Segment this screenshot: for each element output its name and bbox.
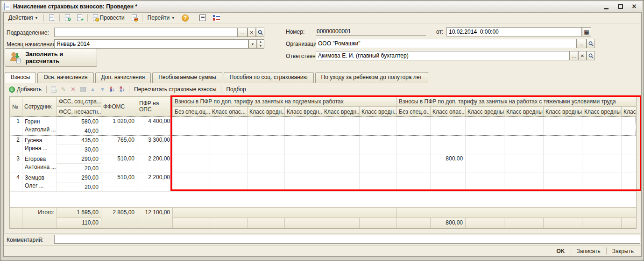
g2-col-danger-class[interactable]: Класс опас... — [431, 107, 466, 117]
g2-col-harm-class-5[interactable]: Класс вредны... — [622, 107, 637, 117]
g1-col-harm-class-1[interactable]: Класс вредн... — [248, 107, 285, 117]
number-input[interactable] — [316, 27, 426, 36]
unpost-document-button[interactable]: ↩ — [129, 13, 140, 22]
end-edit-button[interactable] — [79, 86, 87, 94]
fss-accident-cell[interactable]: 40,00 — [57, 126, 101, 136]
department-input[interactable] — [54, 28, 237, 37]
ffoms-cell[interactable]: 1 020,00 — [101, 117, 137, 136]
g1-col-harm-class-2[interactable]: Класс вредн... — [285, 107, 322, 117]
pfr-cell[interactable]: 2 200,00 — [137, 154, 173, 173]
delete-row-button[interactable]: ✕ — [69, 86, 77, 94]
fss-accident-cell[interactable]: 20,00 — [57, 182, 101, 192]
g1-col-danger-class[interactable]: Класс опас... — [210, 107, 248, 117]
pfr-cell[interactable]: 4 400,00 — [137, 117, 173, 136]
month-dropdown-button[interactable]: ▼ — [248, 39, 257, 49]
g2-col-harm-class-4[interactable]: Класс вредны... — [582, 107, 622, 117]
organization-open-button[interactable] — [587, 39, 595, 48]
help-button[interactable]: ? — [179, 13, 191, 23]
date-input[interactable] — [446, 27, 582, 36]
tab-neoblagaemye-summy[interactable]: Необлагаемые суммы — [152, 72, 222, 83]
copy-row-button[interactable]: + — [50, 86, 57, 94]
g1-col-harm-class-4[interactable]: Класс вредн... — [360, 107, 397, 117]
tab-vznosy[interactable]: Взносы — [5, 72, 36, 83]
add-row-button[interactable]: + Добавить — [7, 86, 43, 93]
g2-danger-cell[interactable] — [431, 136, 466, 154]
col-header-ffoms[interactable]: ФФОМС — [101, 97, 137, 117]
g2-col-harm-class-2[interactable]: Класс вредны... — [504, 107, 544, 117]
date-calendar-button[interactable]: ▦ — [582, 27, 591, 36]
sort-ascending-button[interactable]: АЯ↓ — [108, 86, 116, 94]
col-header-num[interactable]: № — [10, 97, 22, 117]
tab-dop-nachisleniya[interactable]: Доп. начисления — [95, 72, 151, 83]
g2-danger-cell[interactable] — [431, 117, 466, 136]
employee-cell[interactable]: ЗемцовОлег ... — [22, 173, 57, 192]
fill-and-calculate-button[interactable]: Заполнить и рассчитать — [5, 48, 97, 67]
pick-button[interactable]: Подбор — [224, 86, 248, 93]
fss-cell[interactable]: 435,00 — [57, 136, 101, 145]
maximize-button[interactable] — [615, 2, 626, 11]
employee-cell[interactable]: ГусеваИрина ... — [22, 136, 57, 154]
g2-danger-cell[interactable] — [431, 173, 466, 192]
copy-document-button[interactable]: + — [74, 13, 85, 22]
organization-select-button[interactable]: ... — [576, 39, 587, 48]
g2-danger-cell[interactable]: 800,00 — [431, 154, 466, 173]
group-header-hard-conditions[interactable]: Взносы в ПФР по доп. тарифу за занятых н… — [397, 97, 637, 107]
fss-accident-cell[interactable]: 20,00 — [57, 164, 101, 173]
move-up-button[interactable]: ▲ — [89, 86, 97, 94]
ok-button[interactable]: OK — [554, 247, 568, 255]
table-row[interactable]: 3 ЕгороваАнтонина ... 290,00 510,00 2 20… — [10, 154, 637, 164]
col-header-fss-social[interactable]: ФСС, соц.стра... — [57, 97, 101, 107]
actions-menu-button[interactable]: Действия▼ — [6, 13, 41, 22]
g2-col-harm-class-1[interactable]: Класс вредны... — [466, 107, 504, 117]
fss-cell[interactable]: 290,00 — [57, 154, 101, 164]
department-open-button[interactable] — [256, 28, 264, 37]
group-header-underground-works[interactable]: Взносы в ПФР по доп. тарифу за занятых н… — [173, 97, 397, 107]
g1-col-no-special-assessment[interactable]: Без спец.оц... — [173, 107, 210, 117]
contributions-table[interactable]: № Сотрудник ФСС, соц.стра... ФФОМС ПФР н… — [9, 96, 637, 229]
responsible-input[interactable] — [316, 51, 570, 60]
edit-row-button[interactable]: ✎ — [59, 86, 67, 94]
table-row[interactable]: 4 ЗемцовОлег ... 290,00 510,00 2 200,00 — [10, 173, 637, 182]
employee-cell[interactable]: ГоринАнатолий ... — [22, 117, 57, 136]
responsible-select-button[interactable]: ... — [570, 51, 578, 60]
write-button[interactable]: Записать — [574, 247, 603, 255]
g2-col-harm-class-3[interactable]: Класс вредны... — [544, 107, 582, 117]
pfr-cell[interactable]: 3 300,00 — [137, 136, 173, 154]
responsible-open-button[interactable] — [587, 51, 595, 60]
fss-cell[interactable]: 580,00 — [57, 117, 101, 126]
ffoms-cell[interactable]: 510,00 — [101, 154, 137, 173]
close-form-button[interactable]: Закрыть — [609, 247, 637, 255]
col-header-fss-accident[interactable]: ФСС, несчастн... — [57, 107, 101, 117]
fss-accident-cell[interactable]: 30,00 — [57, 145, 101, 154]
month-spinner[interactable]: ▲▼ — [257, 39, 264, 49]
g2-col-no-special-assessment[interactable]: Без спец.о... — [397, 107, 431, 117]
reread-document-button[interactable]: ↻ — [62, 13, 73, 22]
col-header-employee[interactable]: Сотрудник — [22, 97, 57, 117]
organization-input[interactable] — [316, 39, 576, 48]
responsible-clear-button[interactable]: ✕ — [578, 51, 587, 60]
table-row[interactable]: 2 ГусеваИрина ... 435,00 765,00 3 300,00 — [10, 136, 637, 145]
ffoms-cell[interactable]: 510,00 — [101, 173, 137, 192]
goto-menu-button[interactable]: Перейти▼ — [145, 13, 178, 22]
department-clear-button[interactable]: ✕ — [248, 28, 256, 37]
tab-osn-nachisleniya[interactable]: Осн. начисления — [37, 72, 93, 83]
post-document-button[interactable]: Провести — [90, 13, 127, 22]
department-select-button[interactable]: ... — [237, 28, 248, 37]
minimize-button[interactable] — [601, 2, 612, 11]
save-document-button[interactable]: ← — [46, 13, 57, 22]
col-header-pfr-ops[interactable]: ПФР на ОПС — [137, 97, 173, 117]
comment-input[interactable] — [54, 235, 640, 244]
list-settings-button[interactable] — [197, 13, 209, 22]
tab-posobiya-soc-strahovanie[interactable]: Пособия по соц. страхованию — [224, 72, 314, 83]
tab-po-uhodu-za-rebenkom[interactable]: По уходу за ребенком до полутора лет — [315, 72, 428, 83]
ffoms-cell[interactable]: 765,00 — [101, 136, 137, 154]
pfr-cell[interactable]: 2 200,00 — [137, 173, 173, 192]
employee-cell[interactable]: ЕгороваАнтонина ... — [22, 154, 57, 173]
sort-descending-button[interactable]: ЯА↓ — [118, 86, 126, 94]
fss-cell[interactable]: 290,00 — [57, 173, 101, 182]
close-button[interactable]: × — [629, 2, 640, 11]
recalculate-contributions-button[interactable]: Пересчитать страховые взносы — [132, 86, 218, 93]
month-input[interactable] — [54, 39, 248, 49]
structure-settings-button[interactable] — [210, 13, 223, 22]
move-down-button[interactable]: ▼ — [99, 86, 106, 94]
